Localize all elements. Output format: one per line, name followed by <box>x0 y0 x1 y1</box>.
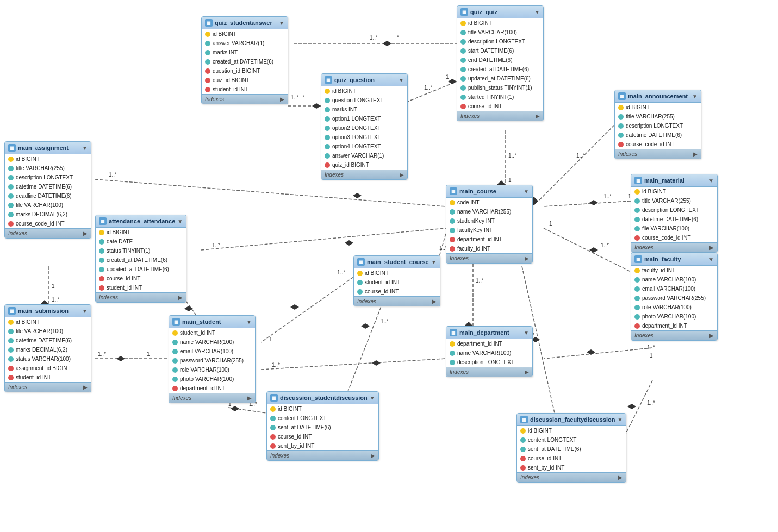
field-row: quiz_id BIGINT <box>321 160 407 170</box>
table-title: discussion_studentdiscussion <box>280 395 368 401</box>
field-text: role VARCHAR(100) <box>180 366 229 374</box>
field-row: code INT <box>446 198 532 207</box>
footer-expand-arrow[interactable]: ▶ <box>178 295 183 301</box>
table-expand-arrow[interactable]: ▼ <box>618 417 623 423</box>
svg-text:*: * <box>397 35 399 41</box>
table-expand-arrow[interactable]: ▼ <box>246 319 252 325</box>
table-header-discussion_facultydiscussion[interactable]: ▦discussion_facultydiscussion▼ <box>517 414 626 426</box>
table-title: main_faculty <box>644 256 681 262</box>
field-icon-teal <box>172 367 178 373</box>
table-expand-arrow[interactable]: ▼ <box>82 308 88 314</box>
table-expand-arrow[interactable]: ▼ <box>534 9 540 15</box>
table-header-main_faculty[interactable]: ▦main_faculty▼ <box>631 253 717 266</box>
table-footer[interactable]: Indexes▶ <box>517 472 626 482</box>
table-header-main_material[interactable]: ▦main_material▼ <box>631 174 717 187</box>
field-icon-red <box>172 386 178 391</box>
field-row: course_id INT <box>517 454 626 463</box>
table-expand-arrow[interactable]: ▼ <box>82 145 88 151</box>
field-row: file VARCHAR(100) <box>5 201 91 210</box>
table-expand-arrow[interactable]: ▼ <box>524 189 529 195</box>
table-expand-arrow[interactable]: ▼ <box>177 218 183 224</box>
table-header-main_course[interactable]: ▦main_course▼ <box>446 185 532 198</box>
table-expand-arrow[interactable]: ▼ <box>524 330 529 336</box>
table-header-main_assignment[interactable]: ▦main_assignment▼ <box>5 142 91 154</box>
table-footer[interactable]: Indexes▶ <box>169 393 255 403</box>
field-icon-yellow <box>520 428 526 434</box>
field-row: id BIGINT <box>5 317 91 327</box>
table-header-quiz_quiz[interactable]: ▦quiz_quiz▼ <box>457 6 543 18</box>
table-expand-arrow[interactable]: ▼ <box>692 93 698 99</box>
footer-expand-arrow[interactable]: ▶ <box>693 151 698 157</box>
table-header-main_announcement[interactable]: ▦main_announcement▼ <box>615 90 701 103</box>
field-row: marks DECIMAL(6,2) <box>5 345 91 354</box>
table-footer[interactable]: Indexes▶ <box>5 228 91 238</box>
field-text: content LONGTEXT <box>278 414 326 422</box>
table-header-main_department[interactable]: ▦main_department▼ <box>446 327 532 339</box>
table-footer[interactable]: Indexes▶ <box>631 242 717 252</box>
table-footer[interactable]: Indexes▶ <box>202 94 288 104</box>
table-footer[interactable]: Indexes▶ <box>267 450 378 460</box>
table-footer[interactable]: Indexes▶ <box>615 149 701 159</box>
table-footer[interactable]: Indexes▶ <box>446 253 532 263</box>
table-header-main_submission[interactable]: ▦main_submission▼ <box>5 305 91 317</box>
field-row: faculty_id INT <box>631 266 717 275</box>
field-row: id BIGINT <box>631 187 717 196</box>
table-footer[interactable]: Indexes▶ <box>96 292 186 302</box>
footer-expand-arrow[interactable]: ▶ <box>525 255 529 261</box>
table-header-main_student_course[interactable]: ▦main_student_course▼ <box>354 256 440 268</box>
footer-expand-arrow[interactable]: ▶ <box>525 369 529 375</box>
table-footer[interactable]: Indexes▶ <box>354 296 440 306</box>
field-text: student_id INT <box>365 278 400 286</box>
table-expand-arrow[interactable]: ▼ <box>370 395 375 401</box>
field-icon-teal <box>450 360 455 365</box>
field-row: course_id INT <box>457 102 543 111</box>
field-icon-yellow <box>8 157 14 162</box>
table-footer[interactable]: Indexes▶ <box>631 330 717 340</box>
footer-expand-arrow[interactable]: ▶ <box>618 474 623 480</box>
field-text: title VARCHAR(255) <box>626 112 675 121</box>
table-footer[interactable]: Indexes▶ <box>321 170 407 179</box>
table-header-attendance_attendance[interactable]: ▦attendance_attendance▼ <box>96 215 186 228</box>
table-footer[interactable]: Indexes▶ <box>446 367 532 377</box>
field-row: description LONGTEXT <box>446 358 532 367</box>
footer-expand-arrow[interactable]: ▶ <box>709 333 714 339</box>
footer-expand-arrow[interactable]: ▶ <box>371 453 375 459</box>
table-footer[interactable]: Indexes▶ <box>5 382 91 392</box>
field-text: course_id INT <box>278 433 312 441</box>
field-icon-yellow <box>460 21 466 26</box>
footer-expand-arrow[interactable]: ▶ <box>536 113 540 119</box>
field-row: email VARCHAR(100) <box>169 347 255 356</box>
field-text: id BIGINT <box>278 405 302 413</box>
table-main_course: ▦main_course▼code INTname VARCHAR(255)st… <box>446 185 533 264</box>
field-row: sent_at DATETIME(6) <box>517 445 626 454</box>
field-icon-teal <box>460 76 466 82</box>
field-icon-yellow <box>450 200 455 205</box>
footer-expand-arrow[interactable]: ▶ <box>83 384 88 390</box>
table-expand-arrow[interactable]: ▼ <box>708 256 714 262</box>
footer-expand-arrow[interactable]: ▶ <box>432 298 437 304</box>
footer-expand-arrow[interactable]: ▶ <box>280 96 284 102</box>
field-text: option3 LONGTEXT <box>332 133 381 141</box>
table-expand-arrow[interactable]: ▼ <box>399 77 404 83</box>
table-expand-arrow[interactable]: ▼ <box>431 259 437 265</box>
footer-expand-arrow[interactable]: ▶ <box>247 395 252 401</box>
field-text: course_id INT <box>365 287 399 296</box>
field-row: title VARCHAR(100) <box>457 28 543 37</box>
field-row: marks DECIMAL(6,2) <box>5 210 91 219</box>
table-header-quiz_question[interactable]: ▦quiz_question▼ <box>321 74 407 86</box>
table-header-main_student[interactable]: ▦main_student▼ <box>169 316 255 328</box>
table-header-discussion_studentdiscussion[interactable]: ▦discussion_studentdiscussion▼ <box>267 392 378 404</box>
indexes-label: Indexes <box>634 333 653 339</box>
field-text: name VARCHAR(255) <box>457 208 511 216</box>
field-text: updated_at DATETIME(6) <box>468 74 531 83</box>
table-header-quiz_studentanswer[interactable]: ▦quiz_studentanswer▼ <box>202 17 288 29</box>
field-icon-red <box>205 68 210 74</box>
table-expand-arrow[interactable]: ▼ <box>279 20 284 26</box>
table-footer[interactable]: Indexes▶ <box>457 111 543 121</box>
footer-expand-arrow[interactable]: ▶ <box>709 245 714 251</box>
table-expand-arrow[interactable]: ▼ <box>708 178 714 184</box>
svg-text:1..*: 1..* <box>109 172 117 178</box>
footer-expand-arrow[interactable]: ▶ <box>83 230 88 236</box>
footer-expand-arrow[interactable]: ▶ <box>400 172 404 178</box>
field-text: student_id INT <box>16 373 51 381</box>
